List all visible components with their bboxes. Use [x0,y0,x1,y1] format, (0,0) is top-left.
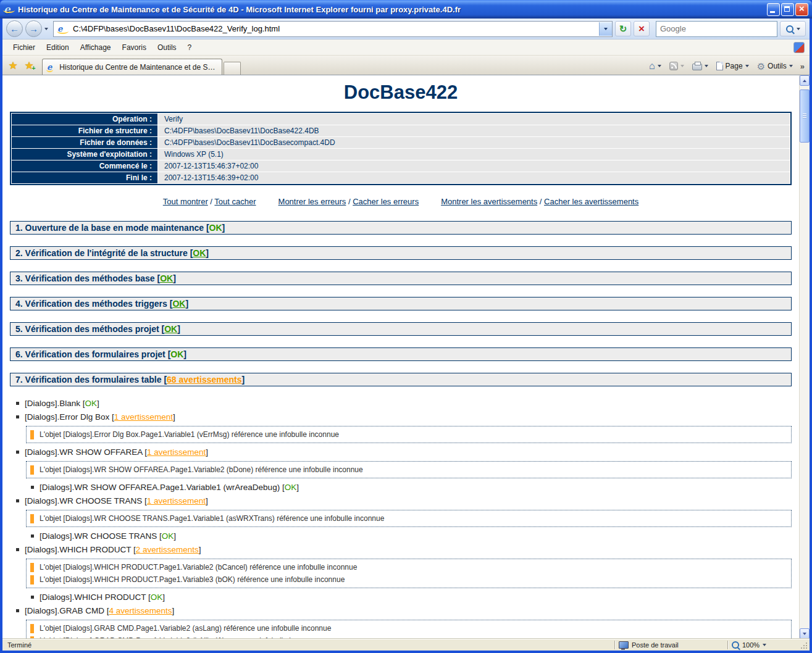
printer-icon [692,64,702,70]
zoom-dropdown-icon[interactable] [763,644,766,646]
address-input[interactable] [72,23,599,34]
result-item: [Dialogs].WR CHOOSE TRANS [OK] [10,531,792,541]
page-menu-button[interactable]: Page [713,60,752,72]
section-header: 3. Vérification des méthodes base [OK] [10,272,792,285]
result-item: [Dialogs].Error Dlg Box [1 avertissement… [10,412,792,422]
item-bracket: ] [199,545,201,554]
section-header: 6. Vérification des formulaires projet [… [10,347,792,361]
stop-button[interactable]: × [634,21,650,36]
search-button[interactable] [780,21,806,36]
menu-item-fichier[interactable]: Fichier [7,41,41,54]
search-input[interactable] [656,24,777,33]
quick-link[interactable]: Cacher les avertissements [544,197,638,206]
favorites-center-button[interactable]: ★ [5,58,21,73]
print-button[interactable] [689,60,711,72]
search-dropdown-icon[interactable] [797,28,800,30]
info-row: Fichier de données :C:\4DFP\bases\DocBas… [12,137,790,148]
result-item: [Dialogs].WR SHOW OFFAREA [1 avertisseme… [10,447,792,457]
section-ok-status[interactable]: OK [160,273,173,283]
item-label: [Dialogs].WR CHOOSE TRANS [ [25,496,147,505]
section-ok-status[interactable]: OK [193,248,206,258]
tools-menu-button[interactable]: ⚙Outils [754,60,796,73]
feeds-button[interactable] [666,60,687,72]
minimize-button[interactable] [767,3,780,16]
back-button[interactable]: ← [6,20,23,37]
stop-icon: × [638,23,645,34]
section-header: 4. Vérification des méthodes triggers [O… [10,297,792,310]
section-label: 7. Vérification des formulaires table [ [15,375,167,385]
section-label: 4. Vérification des méthodes triggers [ [15,299,172,309]
active-tab[interactable]: e Historique du Centre de Maintenance et… [42,59,222,75]
search-icon [786,25,793,33]
warning-text: L'objet [Dialogs].WHICH PRODUCT.Page1.Va… [40,563,357,572]
result-item: [Dialogs].GRAB CMD [4 avertissements] [10,606,792,616]
section-header: 5. Vérification des méthodes projet [OK] [10,322,792,336]
item-label: [Dialogs].WR SHOW OFFAREA.Page1.Variable… [40,483,285,492]
quick-link[interactable]: Cacher les erreurs [353,197,419,206]
item-warning-link[interactable]: 1 avertissement [114,412,173,422]
section-bracket: ] [183,349,186,359]
item-warning-link[interactable]: 1 avertissement [147,447,206,457]
scrollbar-track[interactable] [800,143,810,628]
chevron-more-icon[interactable]: » [798,62,807,71]
item-label: [Dialogs].WHICH PRODUCT [ [25,545,136,554]
address-dropdown-button[interactable] [599,22,612,36]
item-bracket: ] [206,447,208,457]
quick-link-group: Tout montrer / Tout cacher [163,197,256,206]
sections: 1. Ouverture de la base en mode maintena… [10,221,792,386]
home-button[interactable]: ⌂ [646,59,664,73]
item-bracket: ] [296,483,299,492]
quick-link[interactable]: Montrer les avertissements [441,197,537,206]
item-warning-link[interactable]: 2 avertissements [136,545,199,554]
close-button[interactable] [795,3,808,16]
section-label: 2. Vérification de l'intégrité de la str… [15,248,193,258]
warning-text: L'objet [Dialogs].WR SHOW OFFAREA.Page1.… [40,465,363,474]
zoom-control[interactable]: 100% [732,641,797,649]
resize-grip[interactable] [799,641,808,649]
scroll-down-button[interactable] [800,628,810,639]
tab-favicon-icon: e [47,62,53,72]
info-label: Fini le : [12,172,157,183]
bullet-icon [31,534,34,538]
section-ok-status: OK [170,349,183,359]
item-label: [Dialogs].WR SHOW OFFAREA [ [25,447,147,457]
result-item: [Dialogs].WR SHOW OFFAREA.Page1.Variable… [10,483,792,493]
menu-item-edition[interactable]: Edition [41,41,75,54]
quick-link[interactable]: Tout cacher [214,197,256,206]
title-bar: e Historique du Centre de Maintenance et… [0,0,812,19]
info-value: 2007-12-13T15:46:39+02:00 [158,172,790,183]
item-ok-status: OK [162,531,174,541]
menu-item-[interactable]: ? [182,41,198,54]
home-icon: ⌂ [649,61,655,71]
section-ok-status[interactable]: OK [164,324,177,334]
quick-link[interactable]: Montrer les erreurs [278,197,346,206]
addon-icon[interactable] [793,42,805,53]
section-warning-link[interactable]: 68 avertissements [167,375,241,385]
menu-items-container: FichierEditionAffichageFavorisOutils? [7,41,197,54]
section-ok-status[interactable]: OK [172,299,185,309]
warning-bar-icon [30,465,34,475]
history-dropdown-icon[interactable] [44,28,48,30]
refresh-button[interactable]: ↻ [615,21,631,36]
section-label: 1. Ouverture de la base en mode maintena… [15,223,209,233]
item-warning-link[interactable]: 1 avertissement [147,496,206,505]
section-label: 3. Vérification des méthodes base [ [15,273,160,283]
scrollbar-thumb[interactable] [800,89,810,143]
warning-line: L'objet [Dialogs].GRAB CMD.Page1.Variabl… [30,634,787,639]
quick-link[interactable]: Tout montrer [163,197,208,206]
bullet-icon [16,451,19,454]
item-bracket: ] [206,496,208,505]
menu-item-outils[interactable]: Outils [152,41,182,54]
new-tab-button[interactable] [224,62,241,75]
add-favorite-button[interactable]: ★+ [21,58,37,73]
menu-item-affichage[interactable]: Affichage [75,41,117,54]
browser-window: e Historique du Centre de Maintenance et… [0,0,812,653]
item-warning-link[interactable]: 4 avertissements [109,606,172,615]
scroll-up-button[interactable] [800,75,810,86]
tab-label: Historique du Centre de Maintenance et d… [59,63,217,72]
warning-box: L'objet [Dialogs].WR SHOW OFFAREA.Page1.… [26,461,792,478]
maximize-button[interactable] [781,3,794,16]
menu-item-favoris[interactable]: Favoris [117,41,152,54]
forward-button[interactable]: → [25,20,42,37]
vertical-scrollbar[interactable] [799,75,810,639]
